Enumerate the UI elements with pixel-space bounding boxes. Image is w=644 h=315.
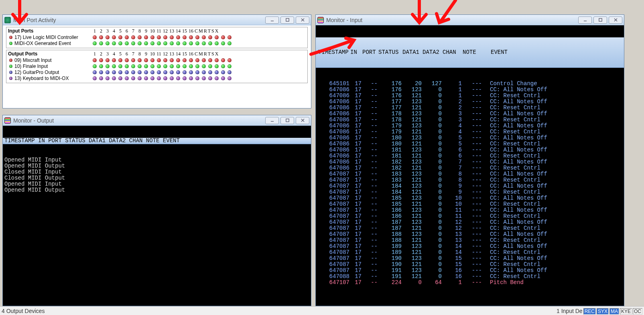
port-col-T: T [207, 28, 211, 34]
minimize-button[interactable] [265, 16, 279, 24]
port-col-12: 12 [162, 51, 169, 57]
title-bar[interactable]: Monitor - Input [316, 15, 624, 25]
port-col-S: S [211, 51, 215, 57]
midi-event-row: 64708717--187123012---CC: All Notes Off [317, 219, 622, 225]
port-row[interactable]: MIDI-OX Generated Event [8, 40, 306, 46]
port-col-10: 10 [149, 51, 156, 57]
port-col-1: 1 [91, 51, 98, 57]
minimize-button[interactable] [578, 16, 592, 24]
port-row[interactable]: 13) Keyboard to MIDI-OX [8, 75, 306, 81]
port-led-icon [9, 65, 12, 68]
port-activity-grid [91, 64, 233, 68]
input-ports-section: Input Ports 12345678910111213141516CMRTS… [6, 27, 308, 48]
port-led-icon [9, 36, 12, 39]
midi-event-row: 64708717--18412309---CC: All Notes Off [317, 183, 622, 189]
port-col-14: 14 [175, 51, 181, 57]
maximize-button[interactable] [593, 16, 607, 24]
output-ports-section: Output Ports 12345678910111213141516CMRT… [6, 50, 308, 83]
midi-event-row: 64708717--18312308---CC: All Notes Off [317, 171, 622, 177]
port-col-4: 4 [111, 28, 117, 34]
port-col-2: 2 [98, 28, 104, 34]
port-col-11: 11 [156, 51, 162, 57]
port-col-M: M [198, 51, 203, 57]
col-status: STATUS [378, 49, 402, 55]
window-monitor-output[interactable]: Monitor - Output TIMESTAMP IN PORT STATU… [2, 115, 311, 306]
midi-event-row: 64708717--185121010---CC: Reset Cntrl [317, 201, 622, 207]
close-button[interactable] [296, 16, 309, 24]
window-title: Monitor - Input [326, 17, 578, 23]
port-activity-grid [91, 70, 233, 74]
port-label: MIDI-OX Generated Event [14, 41, 91, 46]
port-activity-grid [91, 41, 233, 45]
port-col-1: 1 [91, 28, 98, 34]
close-button[interactable] [296, 117, 309, 124]
port-col-5: 5 [117, 28, 124, 34]
port-col-2: 2 [98, 51, 104, 57]
port-col-4: 4 [111, 51, 117, 57]
midi-event-row: 64708617--17812103---CC: Reset Cntrl [317, 117, 622, 123]
title-bar[interactable]: Monitor - Output [3, 115, 311, 126]
window-monitor-input[interactable]: Monitor - Input TIMESTAMPINPORTSTATUSDAT… [315, 14, 624, 306]
port-col-C: C [194, 51, 198, 57]
midi-event-row: 64708617--17912104---CC: Reset Cntrl [317, 129, 622, 135]
input-ports-heading: Input Ports [8, 28, 91, 34]
port-col-11: 11 [156, 28, 162, 34]
port-col-7: 7 [130, 28, 136, 34]
midi-event-row: 64708717--188121013---CC: Reset Cntrl [317, 237, 622, 243]
col-event: EVENT [483, 49, 508, 55]
port-row[interactable]: 12) GuitarPro Output [8, 69, 306, 75]
svg-rect-5 [286, 119, 288, 122]
port-col-16: 16 [188, 51, 194, 57]
midi-event-row: 64708617--18112106---CC: Reset Cntrl [317, 153, 622, 159]
midi-event-row: 64708617--17612301---CC: All Notes Off [317, 87, 622, 93]
window-title: Monitor - Output [13, 117, 265, 124]
port-col-16: 16 [188, 28, 194, 34]
status-right: 1 Input De RECSYXMAKYEOC [557, 308, 642, 314]
midi-event-row: 64708717--18312108---CC: Reset Cntrl [317, 177, 622, 183]
port-col-12: 12 [162, 28, 169, 34]
log-line: Closed MIDI Input [4, 169, 309, 175]
port-activity-grid [91, 35, 233, 39]
midi-event-row: 64708617--18212307---CC: All Notes Off [317, 159, 622, 165]
port-col-S: S [211, 28, 215, 34]
midi-event-row: 64708617--18012305---CC: All Notes Off [317, 135, 622, 141]
col-note: NOTE [463, 49, 483, 55]
close-button[interactable] [609, 16, 622, 24]
port-label: 10) Finale Input [14, 63, 91, 69]
port-col-9: 9 [143, 28, 149, 34]
port-row[interactable]: 09) Mixcraft Input [8, 57, 306, 63]
window-port-activity[interactable]: MIDI Port Activity Input Ports 123456789… [2, 14, 311, 108]
port-activity-body: Input Ports 12345678910111213141516CMRTS… [3, 25, 311, 88]
port-label: 13) Keyboard to MIDI-OX [14, 76, 91, 81]
col-timestamp: TIMESTAMP [318, 49, 350, 55]
port-led-icon [9, 77, 12, 80]
port-row[interactable]: 17) Live Logic MIDI Controller [8, 34, 306, 40]
midi-event-row: 64510117--176201271---Control Change [317, 81, 622, 87]
status-seg-kye: KYE [620, 308, 632, 315]
port-column-headers: 12345678910111213141516CMRTSX [91, 28, 219, 34]
midi-event-row: 64708617--17912304---CC: All Notes Off [317, 123, 622, 129]
status-seg-rec: REC [583, 308, 596, 315]
port-col-6: 6 [124, 28, 130, 34]
log-line: Opened MIDI Output [4, 163, 309, 169]
midi-event-row: 64710717--2240641---Pitch Bend [317, 280, 622, 286]
maximize-button[interactable] [280, 117, 294, 124]
port-activity-grid [91, 76, 233, 80]
port-col-3: 3 [104, 28, 111, 34]
svg-rect-1 [286, 18, 288, 21]
minimize-button[interactable] [265, 117, 279, 124]
port-col-T: T [207, 51, 211, 57]
port-row[interactable]: 10) Finale Input [8, 63, 306, 69]
title-bar[interactable]: MIDI Port Activity [3, 15, 311, 25]
port-col-9: 9 [143, 51, 149, 57]
col-data2: DATA2 [423, 49, 443, 55]
port-col-X: X [215, 51, 219, 57]
log-line: Opened MIDI Output [4, 187, 309, 193]
midi-event-row: 64708617--17612101---CC: Reset Cntrl [317, 93, 622, 99]
maximize-button[interactable] [280, 16, 294, 24]
midi-event-row: 64708717--18412109---CC: Reset Cntrl [317, 189, 622, 195]
monitor-icon [4, 117, 11, 124]
port-column-headers: 12345678910111213141516CMRTSX [91, 51, 219, 57]
monitor-output-lines: Opened MIDI InputOpened MIDI OutputClose… [3, 156, 311, 194]
port-label: 17) Live Logic MIDI Controller [14, 35, 91, 40]
